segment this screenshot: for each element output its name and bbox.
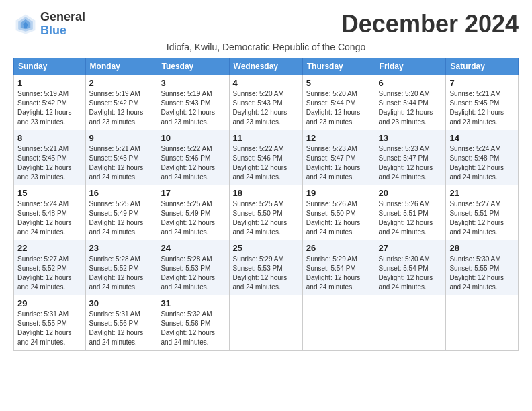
calendar-cell: 2 Sunrise: 5:19 AMSunset: 5:42 PMDayligh… xyxy=(85,75,157,130)
day-info: Sunrise: 5:26 AMSunset: 5:50 PMDaylight:… xyxy=(306,200,361,236)
day-number: 18 xyxy=(233,188,299,198)
calendar-week-5: 29 Sunrise: 5:31 AMSunset: 5:55 PMDaylig… xyxy=(14,295,519,350)
day-info: Sunrise: 5:25 AMSunset: 5:49 PMDaylight:… xyxy=(89,200,144,236)
calendar-cell: 25 Sunrise: 5:29 AMSunset: 5:53 PMDaylig… xyxy=(229,240,302,295)
day-info: Sunrise: 5:30 AMSunset: 5:54 PMDaylight:… xyxy=(379,255,433,291)
logo-general-text: General xyxy=(40,10,85,24)
day-number: 6 xyxy=(379,78,443,88)
day-number: 23 xyxy=(89,243,154,253)
calendar-cell: 13 Sunrise: 5:23 AMSunset: 5:47 PMDaylig… xyxy=(375,130,446,185)
day-info: Sunrise: 5:25 AMSunset: 5:50 PMDaylight:… xyxy=(233,200,287,236)
weekday-header-row: SundayMondayTuesdayWednesdayThursdayFrid… xyxy=(14,58,519,75)
calendar-week-4: 22 Sunrise: 5:27 AMSunset: 5:52 PMDaylig… xyxy=(14,240,519,295)
calendar-cell: 4 Sunrise: 5:20 AMSunset: 5:43 PMDayligh… xyxy=(229,75,302,130)
calendar-cell: 9 Sunrise: 5:21 AMSunset: 5:45 PMDayligh… xyxy=(85,130,157,185)
weekday-header-wednesday: Wednesday xyxy=(229,58,302,75)
day-number: 26 xyxy=(306,243,371,253)
calendar-cell: 27 Sunrise: 5:30 AMSunset: 5:54 PMDaylig… xyxy=(375,240,446,295)
day-number: 17 xyxy=(161,188,225,198)
calendar-cell xyxy=(229,295,302,350)
calendar-cell: 29 Sunrise: 5:31 AMSunset: 5:55 PMDaylig… xyxy=(14,295,86,350)
day-info: Sunrise: 5:28 AMSunset: 5:53 PMDaylight:… xyxy=(161,255,215,291)
day-number: 10 xyxy=(161,133,225,143)
day-info: Sunrise: 5:22 AMSunset: 5:46 PMDaylight:… xyxy=(161,145,215,181)
weekday-header-thursday: Thursday xyxy=(302,58,375,75)
day-number: 27 xyxy=(379,243,443,253)
day-number: 16 xyxy=(89,188,154,198)
day-number: 7 xyxy=(449,78,515,88)
calendar-cell: 17 Sunrise: 5:25 AMSunset: 5:49 PMDaylig… xyxy=(157,185,229,240)
calendar-cell: 1 Sunrise: 5:19 AMSunset: 5:42 PMDayligh… xyxy=(14,75,86,130)
calendar-week-2: 8 Sunrise: 5:21 AMSunset: 5:45 PMDayligh… xyxy=(14,130,519,185)
calendar-cell: 30 Sunrise: 5:31 AMSunset: 5:56 PMDaylig… xyxy=(85,295,157,350)
day-info: Sunrise: 5:19 AMSunset: 5:42 PMDaylight:… xyxy=(17,90,72,126)
day-number: 22 xyxy=(17,243,82,253)
day-info: Sunrise: 5:24 AMSunset: 5:48 PMDaylight:… xyxy=(17,200,72,236)
day-number: 28 xyxy=(449,243,515,253)
day-info: Sunrise: 5:27 AMSunset: 5:51 PMDaylight:… xyxy=(449,200,504,236)
day-info: Sunrise: 5:20 AMSunset: 5:43 PMDaylight:… xyxy=(233,90,287,126)
day-info: Sunrise: 5:23 AMSunset: 5:47 PMDaylight:… xyxy=(306,145,361,181)
logo: General Blue xyxy=(13,11,85,38)
day-info: Sunrise: 5:20 AMSunset: 5:44 PMDaylight:… xyxy=(379,90,433,126)
day-number: 8 xyxy=(17,133,82,143)
calendar-cell: 11 Sunrise: 5:22 AMSunset: 5:46 PMDaylig… xyxy=(229,130,302,185)
calendar-cell: 15 Sunrise: 5:24 AMSunset: 5:48 PMDaylig… xyxy=(14,185,86,240)
day-number: 21 xyxy=(449,188,515,198)
calendar-cell: 20 Sunrise: 5:26 AMSunset: 5:51 PMDaylig… xyxy=(375,185,446,240)
calendar-cell: 22 Sunrise: 5:27 AMSunset: 5:52 PMDaylig… xyxy=(14,240,86,295)
weekday-header-sunday: Sunday xyxy=(14,58,86,75)
calendar-cell: 7 Sunrise: 5:21 AMSunset: 5:45 PMDayligh… xyxy=(446,75,519,130)
calendar-cell: 16 Sunrise: 5:25 AMSunset: 5:49 PMDaylig… xyxy=(85,185,157,240)
day-number: 4 xyxy=(233,78,299,88)
weekday-header-friday: Friday xyxy=(375,58,446,75)
calendar-cell xyxy=(302,295,375,350)
day-info: Sunrise: 5:26 AMSunset: 5:51 PMDaylight:… xyxy=(379,200,433,236)
day-info: Sunrise: 5:31 AMSunset: 5:56 PMDaylight:… xyxy=(89,310,144,346)
calendar-cell: 19 Sunrise: 5:26 AMSunset: 5:50 PMDaylig… xyxy=(302,185,375,240)
calendar-cell: 24 Sunrise: 5:28 AMSunset: 5:53 PMDaylig… xyxy=(157,240,229,295)
day-info: Sunrise: 5:21 AMSunset: 5:45 PMDaylight:… xyxy=(17,145,72,181)
calendar-cell: 6 Sunrise: 5:20 AMSunset: 5:44 PMDayligh… xyxy=(375,75,446,130)
calendar-cell: 5 Sunrise: 5:20 AMSunset: 5:44 PMDayligh… xyxy=(302,75,375,130)
day-info: Sunrise: 5:21 AMSunset: 5:45 PMDaylight:… xyxy=(449,90,504,126)
day-number: 5 xyxy=(306,78,371,88)
day-info: Sunrise: 5:19 AMSunset: 5:42 PMDaylight:… xyxy=(89,90,144,126)
day-number: 1 xyxy=(17,78,82,88)
day-number: 30 xyxy=(89,298,154,308)
calendar-week-1: 1 Sunrise: 5:19 AMSunset: 5:42 PMDayligh… xyxy=(14,75,519,130)
calendar-cell: 23 Sunrise: 5:28 AMSunset: 5:52 PMDaylig… xyxy=(85,240,157,295)
calendar-cell: 18 Sunrise: 5:25 AMSunset: 5:50 PMDaylig… xyxy=(229,185,302,240)
day-info: Sunrise: 5:29 AMSunset: 5:54 PMDaylight:… xyxy=(306,255,361,291)
day-info: Sunrise: 5:29 AMSunset: 5:53 PMDaylight:… xyxy=(233,255,287,291)
day-info: Sunrise: 5:21 AMSunset: 5:45 PMDaylight:… xyxy=(89,145,144,181)
day-info: Sunrise: 5:24 AMSunset: 5:48 PMDaylight:… xyxy=(449,145,504,181)
day-info: Sunrise: 5:32 AMSunset: 5:56 PMDaylight:… xyxy=(161,310,215,346)
day-info: Sunrise: 5:23 AMSunset: 5:47 PMDaylight:… xyxy=(379,145,433,181)
day-number: 29 xyxy=(17,298,82,308)
calendar-cell: 12 Sunrise: 5:23 AMSunset: 5:47 PMDaylig… xyxy=(302,130,375,185)
day-number: 3 xyxy=(161,78,225,88)
day-info: Sunrise: 5:27 AMSunset: 5:52 PMDaylight:… xyxy=(17,255,72,291)
day-number: 24 xyxy=(161,243,225,253)
day-number: 2 xyxy=(89,78,154,88)
day-info: Sunrise: 5:19 AMSunset: 5:43 PMDaylight:… xyxy=(161,90,215,126)
calendar-cell: 31 Sunrise: 5:32 AMSunset: 5:56 PMDaylig… xyxy=(157,295,229,350)
calendar-cell xyxy=(375,295,446,350)
day-info: Sunrise: 5:22 AMSunset: 5:46 PMDaylight:… xyxy=(233,145,287,181)
day-number: 9 xyxy=(89,133,154,143)
calendar-cell: 14 Sunrise: 5:24 AMSunset: 5:48 PMDaylig… xyxy=(446,130,519,185)
weekday-header-saturday: Saturday xyxy=(446,58,519,75)
day-number: 14 xyxy=(449,133,515,143)
calendar-cell xyxy=(446,295,519,350)
day-number: 20 xyxy=(379,188,443,198)
day-info: Sunrise: 5:25 AMSunset: 5:49 PMDaylight:… xyxy=(161,200,215,236)
title-area: December 2024 xyxy=(341,11,519,38)
month-year-title: December 2024 xyxy=(341,11,519,38)
day-info: Sunrise: 5:20 AMSunset: 5:44 PMDaylight:… xyxy=(306,90,361,126)
day-number: 15 xyxy=(17,188,82,198)
header: General Blue December 2024 xyxy=(13,11,519,38)
day-number: 12 xyxy=(306,133,371,143)
calendar-cell: 3 Sunrise: 5:19 AMSunset: 5:43 PMDayligh… xyxy=(157,75,229,130)
day-info: Sunrise: 5:28 AMSunset: 5:52 PMDaylight:… xyxy=(89,255,144,291)
